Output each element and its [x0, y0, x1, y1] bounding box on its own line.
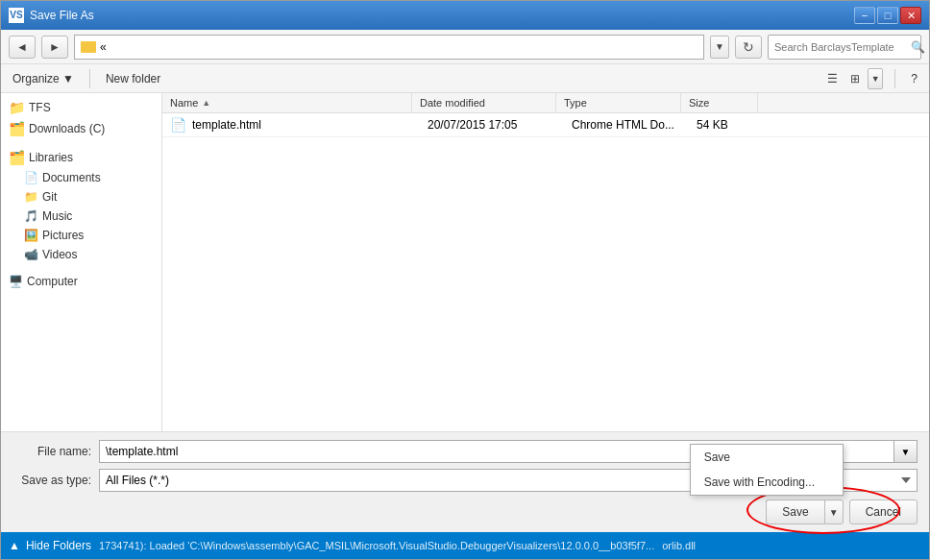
filename-label: File name: — [12, 445, 99, 458]
tree-item-git[interactable]: 📁 Git — [1, 187, 161, 207]
folder-icon-downloads: 🗂️ — [9, 121, 25, 136]
save-button[interactable]: Save — [766, 499, 823, 524]
bottom-panel: File name: ▼ Save as type: All Files (*.… — [1, 431, 929, 532]
tree-item-pictures[interactable]: 🖼️ Pictures — [1, 226, 161, 245]
maximize-button[interactable]: □ — [877, 7, 898, 24]
file-icon: 📄 — [170, 117, 186, 133]
tree-label-libraries: Libraries — [29, 151, 73, 164]
folder-icon-libraries: 🗂️ — [9, 150, 25, 165]
main-content: 📁 TFS 🗂️ Downloads (C) 🗂️ Libraries 📄 Do… — [1, 93, 929, 431]
folder-icon-music: 🎵 — [24, 209, 38, 223]
tree-item-computer[interactable]: 🖥️ Computer — [1, 272, 161, 291]
tree-item-downloads[interactable]: 🗂️ Downloads (C) — [1, 118, 161, 139]
command-toolbar: Organize ▼ New folder ☰ ⊞ ▼ ? — [1, 64, 929, 93]
save-button-group: Save ▼ Save Save with Encoding... — [766, 499, 843, 524]
file-list-header: Name ▲ Date modified Type Size — [162, 93, 929, 113]
left-panel: 📁 TFS 🗂️ Downloads (C) 🗂️ Libraries 📄 Do… — [1, 93, 162, 431]
search-input[interactable] — [774, 41, 907, 53]
tree-label-tfs: TFS — [29, 101, 51, 114]
dialog-window: VS Save File As − □ ✕ ◄ ► ▼ ↻ 🔍 Organize… — [0, 0, 930, 560]
savetype-label: Save as type: — [12, 474, 99, 487]
status-bar: ▲ Hide Folders 1734741): Loaded 'C:\Wind… — [1, 532, 929, 559]
refresh-button[interactable]: ↻ — [735, 36, 762, 59]
new-folder-button[interactable]: New folder — [102, 70, 164, 87]
folder-icon-pictures: 🖼️ — [24, 229, 38, 242]
search-icon[interactable]: 🔍 — [911, 40, 925, 54]
forward-button[interactable]: ► — [41, 36, 68, 59]
folder-icon-tfs: 📁 — [9, 100, 25, 115]
save-dropdown-button[interactable]: ▼ — [824, 499, 844, 524]
tree-label-music: Music — [42, 209, 72, 223]
file-list: Name ▲ Date modified Type Size 📄 templat… — [162, 93, 929, 431]
tree-item-documents[interactable]: 📄 Documents — [1, 168, 161, 187]
cancel-button[interactable]: Cancel — [849, 499, 918, 524]
tree-label-pictures: Pictures — [42, 229, 84, 242]
minimize-button[interactable]: − — [854, 7, 875, 24]
tree-label-git: Git — [42, 190, 57, 204]
view-dropdown-button[interactable]: ▼ — [868, 68, 883, 89]
column-header-type[interactable]: Type — [556, 93, 681, 112]
save-menu-item[interactable]: Save — [691, 445, 843, 470]
window-icon: VS — [9, 8, 24, 23]
folder-icon-videos: 📹 — [24, 248, 38, 261]
hide-folders-label: Hide Folders — [26, 539, 91, 552]
computer-icon: 🖥️ — [9, 275, 23, 288]
address-input[interactable] — [100, 40, 698, 54]
table-row[interactable]: 📄 template.html 20/07/2015 17:05 Chrome … — [162, 113, 929, 137]
folder-icon — [81, 41, 96, 53]
dll-text: orlib.dll — [662, 540, 696, 551]
back-button[interactable]: ◄ — [9, 36, 36, 59]
window-title: Save File As — [30, 9, 854, 22]
file-type: Chrome HTML Do... — [564, 118, 689, 132]
save-dropdown-menu: Save Save with Encoding... — [690, 444, 844, 496]
navigation-toolbar: ◄ ► ▼ ↻ 🔍 — [1, 30, 929, 64]
save-with-encoding-menu-item[interactable]: Save with Encoding... — [691, 470, 843, 495]
tree-label-videos: Videos — [42, 248, 77, 261]
tree-label-computer: Computer — [27, 275, 78, 288]
close-button[interactable]: ✕ — [900, 7, 921, 24]
title-bar-controls: − □ ✕ — [854, 7, 921, 24]
filename-dropdown-button[interactable]: ▼ — [894, 440, 918, 463]
action-row: Save ▼ Save Save with Encoding... Cancel — [12, 499, 918, 524]
tree-item-tfs[interactable]: 📁 TFS — [1, 97, 161, 118]
column-header-size[interactable]: Size — [681, 93, 758, 112]
toolbar-separator2 — [894, 69, 895, 88]
folder-icon-git: 📁 — [24, 190, 38, 204]
tree-label-documents: Documents — [42, 171, 101, 184]
tree-item-music[interactable]: 🎵 Music — [1, 207, 161, 226]
view-controls: ☰ ⊞ ▼ — [821, 68, 883, 89]
tree-label-downloads: Downloads (C) — [29, 122, 105, 135]
column-header-name[interactable]: Name ▲ — [162, 93, 412, 112]
column-header-date[interactable]: Date modified — [412, 93, 556, 112]
toolbar-separator — [89, 69, 90, 88]
address-bar — [74, 35, 704, 60]
view-details-button[interactable]: ⊞ — [844, 68, 866, 89]
sort-arrow: ▲ — [202, 98, 210, 108]
help-button[interactable]: ? — [907, 70, 921, 87]
file-date: 20/07/2015 17:05 — [420, 118, 564, 132]
arrow-up-icon: ▲ — [9, 539, 20, 552]
title-bar: VS Save File As − □ ✕ — [1, 1, 929, 30]
folder-icon-documents: 📄 — [24, 171, 38, 184]
file-size: 54 KB — [689, 118, 766, 132]
view-list-button[interactable]: ☰ — [821, 68, 843, 89]
address-dropdown-button[interactable]: ▼ — [710, 36, 729, 59]
file-name: template.html — [192, 118, 261, 132]
status-text: 1734741): Loaded 'C:\Windows\assembly\GA… — [99, 540, 654, 551]
search-box: 🔍 — [768, 35, 921, 60]
hide-folders-button[interactable]: ▲ Hide Folders — [9, 539, 91, 552]
tree-item-libraries[interactable]: 🗂️ Libraries — [1, 147, 161, 168]
tree-item-videos[interactable]: 📹 Videos — [1, 245, 161, 264]
organize-button[interactable]: Organize ▼ — [9, 70, 78, 87]
